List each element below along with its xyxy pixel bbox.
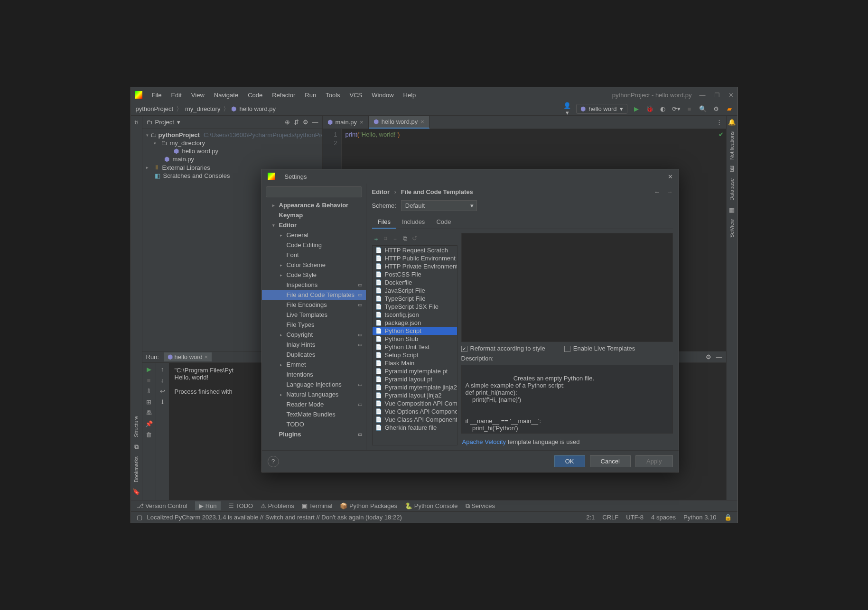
revert-icon[interactable]: ↺ (412, 235, 417, 243)
status-indent[interactable]: 4 spaces (651, 514, 676, 521)
settings-nav-item[interactable]: Font (262, 250, 366, 260)
hide-icon[interactable]: — (716, 353, 722, 360)
settings-nav-item[interactable]: ▸Copyright▭ (262, 330, 366, 340)
template-list-item[interactable]: 📄Vue Class API Component (373, 416, 457, 424)
editor-tab-main[interactable]: ⬢ main.py × (323, 116, 369, 129)
back-icon[interactable]: ← (654, 188, 660, 195)
database-icon[interactable]: 🗄 (729, 166, 735, 173)
bookmarks-icon[interactable]: 🔖 (132, 488, 140, 495)
sciview-icon[interactable]: ▦ (729, 206, 735, 213)
remove-icon[interactable]: － (392, 235, 398, 243)
tab-terminal[interactable]: ▣ Terminal (302, 502, 333, 509)
menu-file[interactable]: File (148, 90, 166, 101)
content-tab-files[interactable]: Files (372, 216, 396, 229)
stop-icon[interactable]: ■ (685, 105, 694, 112)
breadcrumb-0[interactable]: pythonProject (135, 105, 175, 112)
menu-run[interactable]: Run (301, 90, 320, 101)
settings-nav-item[interactable]: ▸General (262, 230, 366, 240)
hide-icon[interactable]: — (312, 119, 318, 126)
trash-icon[interactable]: 🗑 (146, 431, 152, 438)
run-icon[interactable]: ▶ (632, 105, 641, 112)
status-interpreter[interactable]: Python 3.10 (683, 514, 716, 521)
pin-icon[interactable]: 📌 (145, 420, 153, 427)
wrap-icon[interactable]: ↩ (160, 388, 165, 395)
settings-nav-item[interactable]: ▸Emmet (262, 360, 366, 370)
settings-nav-item[interactable]: Inspections▭ (262, 280, 366, 290)
copy-icon[interactable]: ⧉ (403, 235, 407, 243)
rerun-icon[interactable]: ▶ (147, 366, 151, 373)
coverage-icon[interactable]: ◐ (659, 105, 667, 112)
tree-file[interactable]: ⬢ hello word.py (142, 147, 322, 155)
debug-icon[interactable]: 🐞 (645, 105, 654, 112)
expand-all-icon[interactable]: ⇵ (294, 119, 299, 126)
tree-root[interactable]: ▾ 🗀 pythonProject C:\Users\13600\Pycharm… (142, 131, 322, 139)
menu-refactor[interactable]: Refactor (268, 90, 299, 101)
sidebar-tab-database[interactable]: Database (729, 176, 735, 203)
close-icon[interactable]: ✕ (668, 173, 673, 180)
template-list-item[interactable]: 📄Pyramid layout jinja2 (373, 391, 457, 399)
check-live-templates[interactable]: Enable Live Templates (564, 345, 635, 352)
ok-button[interactable]: OK (554, 455, 585, 467)
settings-nav-item[interactable]: Reader Mode▭ (262, 399, 366, 409)
tab-version-control[interactable]: ⎇ Version Control (137, 502, 188, 509)
menu-edit[interactable]: Edit (167, 90, 185, 101)
structure-icon[interactable]: ⧉ (134, 443, 139, 451)
template-list-item[interactable]: 📄HTTP Private Environment File (373, 262, 457, 270)
close-icon[interactable]: ✕ (728, 92, 734, 99)
template-list-item[interactable]: 📄Pyramid mytemplate pt (373, 367, 457, 375)
settings-nav-item[interactable]: ▾Editor (262, 220, 366, 230)
tab-problems[interactable]: ⚠ Problems (261, 502, 294, 509)
menu-vcs[interactable]: VCS (346, 90, 366, 101)
settings-nav-item[interactable]: ▸Natural Languages (262, 389, 366, 399)
template-list-item[interactable]: 📄Pyramid layout pt (373, 375, 457, 383)
lock-icon[interactable]: 🔒 (724, 514, 732, 521)
template-list-item[interactable]: 📄TypeScript File (373, 295, 457, 303)
search-icon[interactable]: 🔍 (699, 105, 707, 112)
close-tab-icon[interactable]: × (204, 353, 208, 360)
stop-icon[interactable]: ■ (147, 377, 151, 384)
template-list-item[interactable]: 📄Python Stub (373, 335, 457, 343)
menu-window[interactable]: Window (368, 90, 397, 101)
tree-file[interactable]: ⬢ main.py (142, 155, 322, 163)
template-list-item[interactable]: 📄Dockerfile (373, 278, 457, 287)
template-list-item[interactable]: 📄PostCSS File (373, 270, 457, 278)
cancel-button[interactable]: Cancel (590, 455, 631, 467)
tab-services[interactable]: ⧉ Services (466, 502, 495, 510)
breadcrumb-1[interactable]: my_directory (184, 105, 221, 112)
template-list-item[interactable]: 📄Vue Options API Component (373, 407, 457, 416)
template-list-item[interactable]: 📄tsconfig.json (373, 311, 457, 319)
settings-nav-item[interactable]: Keymap (262, 210, 366, 220)
settings-nav-item[interactable]: Language Injections▭ (262, 379, 366, 389)
settings-search-input[interactable] (266, 186, 362, 197)
settings-nav-item[interactable]: File and Code Templates▭ (262, 290, 366, 300)
template-list-item[interactable]: 📄HTTP Request Scratch (373, 246, 457, 254)
settings-nav-item[interactable]: Intentions (262, 370, 366, 379)
settings-nav-item[interactable]: ▸Code Style (262, 270, 366, 280)
run-config-dropdown[interactable]: ⬢ hello word ▾ (576, 104, 627, 114)
down-icon[interactable]: ⇩ (146, 388, 151, 395)
target-icon[interactable]: ⊕ (285, 119, 290, 126)
apache-velocity-link[interactable]: Apache Velocity (462, 438, 506, 445)
settings-nav-item[interactable]: Inlay Hints▭ (262, 340, 366, 350)
content-tab-code[interactable]: Code (430, 216, 457, 229)
learn-icon[interactable]: ▰ (725, 105, 734, 112)
run-tool-tab[interactable]: ⬢ hello word × (164, 352, 212, 361)
layout-icon[interactable]: ⊞ (146, 398, 151, 406)
template-list-item[interactable]: 📄Pyramid mytemplate jinja2 (373, 383, 457, 391)
print-icon[interactable]: 🖶 (146, 409, 152, 416)
tab-python-packages[interactable]: 📦 Python Packages (340, 502, 397, 509)
status-line-sep[interactable]: CRLF (602, 514, 618, 521)
up-icon[interactable]: ↑ (161, 366, 164, 373)
editor-more-icon[interactable]: ⋮ (712, 116, 726, 129)
apply-button[interactable]: Apply (635, 455, 673, 467)
template-list[interactable]: 📄HTTP Request Scratch📄HTTP Public Enviro… (372, 246, 457, 445)
template-list-item[interactable]: 📄Vue Composition API Component (373, 399, 457, 407)
tab-run[interactable]: ▶ Run (195, 501, 220, 510)
tool-windows-icon[interactable]: ▢ (137, 514, 142, 521)
status-position[interactable]: 2:1 (586, 514, 595, 521)
menu-navigate[interactable]: Navigate (210, 90, 242, 101)
settings-nav-item[interactable]: Live Templates (262, 310, 366, 320)
tree-dir[interactable]: ▾ 🗀 my_directory (142, 139, 322, 147)
sidebar-tab-bookmarks[interactable]: Bookmarks (133, 454, 139, 484)
settings-nav-item[interactable]: TODO (262, 419, 366, 429)
